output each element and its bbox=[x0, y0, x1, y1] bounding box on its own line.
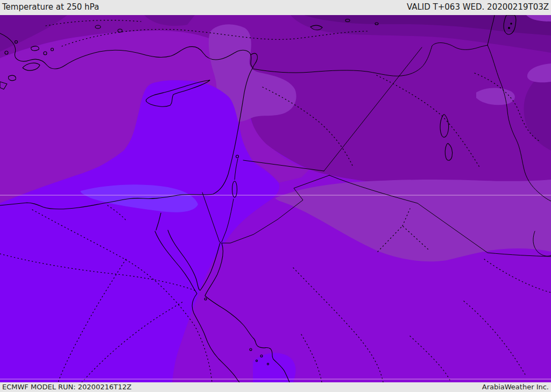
brand-label: ArabiaWeather Inc. bbox=[482, 383, 549, 391]
footer-bar: ECMWF MODEL RUN: 20200216T12Z ArabiaWeat… bbox=[0, 382, 551, 392]
temperature-map-canvas bbox=[0, 15, 551, 382]
fill-bright-red-sea-patch bbox=[253, 353, 295, 382]
valid-time-label: VALID T+063 WED. 20200219T03Z bbox=[407, 2, 549, 12]
header-bar: Temperature at 250 hPa VALID T+063 WED. … bbox=[0, 0, 551, 15]
weather-map bbox=[0, 15, 551, 382]
urmia-islet-2 bbox=[511, 23, 512, 24]
model-run-label: ECMWF MODEL RUN: 20200216T12Z bbox=[2, 383, 131, 391]
weather-map-window: Temperature at 250 hPa VALID T+063 WED. … bbox=[0, 0, 551, 392]
urmia-islet-1 bbox=[508, 27, 510, 29]
map-title: Temperature at 250 hPa bbox=[2, 2, 99, 12]
temperature-fill-regions bbox=[0, 15, 551, 382]
